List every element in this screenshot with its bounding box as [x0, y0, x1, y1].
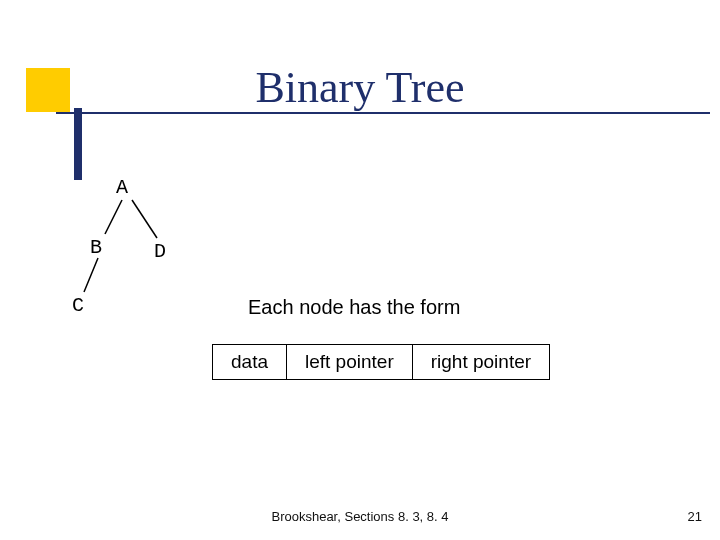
node-struct-table: data left pointer right pointer [212, 344, 550, 380]
tree-node-a: A [116, 176, 128, 199]
svg-line-2 [84, 258, 98, 292]
tree-node-b: B [90, 236, 102, 259]
tree-node-c: C [72, 294, 84, 317]
binary-tree-diagram: A B D C [72, 176, 212, 336]
svg-line-0 [105, 200, 122, 234]
node-form-caption: Each node has the form [248, 296, 460, 319]
struct-cell-right: right pointer [413, 344, 550, 380]
tree-node-d: D [154, 240, 166, 263]
slide-title: Binary Tree [0, 62, 720, 113]
accent-vertical-bar [74, 108, 82, 180]
svg-line-1 [132, 200, 157, 238]
struct-cell-left: left pointer [287, 344, 413, 380]
struct-cell-data: data [212, 344, 287, 380]
page-number: 21 [688, 509, 702, 524]
footer-reference: Brookshear, Sections 8. 3, 8. 4 [0, 509, 720, 524]
